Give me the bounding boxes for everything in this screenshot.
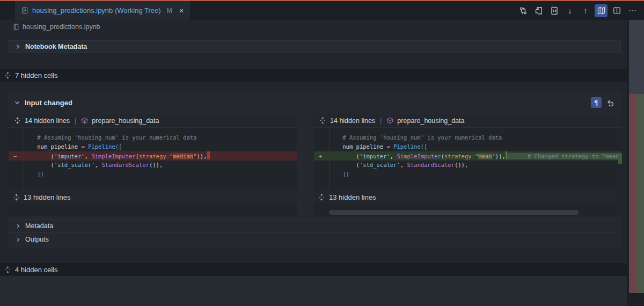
hidden-cells-bottom-row[interactable]: 4 hidden cells [0,263,627,276]
split-editor-icon[interactable] [610,4,623,17]
hidden-lines-top-row-modified[interactable]: 14 hidden lines | prepare_housing_data [314,114,621,128]
tab-housing-predictions-working-tree[interactable]: housing_predictions.ipynb (Working Tree)… [15,1,190,20]
close-tab-icon[interactable]: × [179,6,184,14]
symbol-name: prepare_housing_data [92,117,159,125]
code-text: # Assuming 'housing_num' is your numeric… [329,134,502,141]
vscode-notebook-diff-window: housing_predictions.ipynb (Working Tree)… [0,0,644,306]
code-text: ('std_scaler', StandardScaler()), [24,162,163,168]
unfold-icon [13,194,20,201]
diff-pane-gap [297,114,314,216]
empty-area [0,276,627,306]
unfold-icon [318,194,325,201]
overview-ruler-added [636,94,644,293]
revert-icon[interactable] [605,97,616,108]
cell-metadata-section[interactable]: Metadata [9,219,621,232]
scroll-down-icon[interactable]: ↓ [564,4,576,17]
hidden-lines-top-label: 14 hidden lines [25,117,70,125]
code-text: ('imputer', SimpleImputer(strategy="medi… [24,153,210,159]
separator: | [74,117,77,125]
notebook-diff-content: Notebook Metadata 7 hidden cells Input c… [0,33,627,306]
breadcrumb-file-name: housing_predictions.ipynb [23,23,100,31]
scrollbar-thumb[interactable] [629,20,644,94]
map-view-icon[interactable] [595,4,608,17]
hidden-lines-top-row-original[interactable]: 14 hidden lines | prepare_housing_data [9,114,297,128]
pane-filler [9,203,297,216]
editor-tab-bar: housing_predictions.ipynb (Working Tree)… [0,1,644,20]
code-editor-modified[interactable]: # Assuming 'housing_num' is your numeric… [314,128,621,191]
code-text: ('std_scaler', StandardScaler()), [329,162,468,168]
vertical-scrollbar [627,20,644,306]
code-line[interactable]: ('std_scaler', StandardScaler()), [9,161,297,170]
diff-pane-modified: 14 hidden lines | prepare_housing_data #… [314,114,621,216]
discard-file-icon[interactable] [532,4,545,17]
code-text: ('imputer', SimpleImputer(strategy="mean… [329,153,621,159]
more-actions-icon[interactable]: ⋯ [626,4,639,17]
symbol-method-icon [386,117,393,124]
separator: | [379,117,383,125]
diff-cell-actions: ¶ [591,97,616,108]
code-line[interactable]: num_pipeline = Pipeline([ [9,142,297,151]
editor-actions-toolbar: ↓ ↑ ⋯ [517,4,644,17]
toggle-whitespace-button[interactable]: ¶ [591,97,602,108]
hidden-lines-top-label: 14 hidden lines [330,117,375,125]
added-line-overview-mark [618,153,622,164]
code-line[interactable]: − ('imputer', SimpleImputer(strategy="me… [9,151,297,161]
hidden-lines-bottom-label: 13 hidden lines [24,193,70,201]
chevron-right-icon [14,43,21,50]
unfold-icon [4,266,11,273]
code-editor-original[interactable]: # Assuming 'housing_num' is your numeric… [9,128,297,191]
notebook-icon [13,24,19,30]
hidden-lines-bottom-label: 13 hidden lines [329,193,376,201]
breadcrumb[interactable]: housing_predictions.ipynb [0,20,627,33]
hidden-cells-top-label: 7 hidden cells [15,71,58,79]
cell-metadata-label: Metadata [25,222,53,230]
code-line[interactable]: # Assuming 'housing_num' is your numeric… [314,133,621,142]
scroll-up-icon[interactable]: ↑ [579,4,592,17]
notebook-metadata-section[interactable]: Notebook Metadata [9,40,621,53]
hidden-lines-bottom-row-modified[interactable]: 13 hidden lines [314,191,621,203]
code-text: num_pipeline = Pipeline([ [24,143,122,150]
symbol-name: prepare_housing_data [397,117,464,125]
modified-badge: M [167,7,172,14]
code-text: ]) [329,171,349,177]
chevron-down-icon[interactable] [14,99,20,106]
window-accent-line [0,0,644,1]
unfold-icon [319,117,326,124]
code-line[interactable]: ('std_scaler', StandardScaler()), [314,161,621,170]
diff-gutter-sign: + [314,152,329,161]
notebook-metadata-label: Notebook Metadata [25,43,87,50]
diff-editor: 14 hidden lines | prepare_housing_data #… [9,114,621,216]
hidden-lines-bottom-row-original[interactable]: 13 hidden lines [9,191,297,203]
code-text: num_pipeline = Pipeline([ [329,143,427,150]
diff-cell-header[interactable]: Input changed ¶ [9,91,621,114]
cell-outputs-section[interactable]: Outputs [9,232,621,246]
diff-cell-title: Input changed [25,99,72,107]
notebook-icon [21,7,28,14]
cell-outputs-label: Outputs [25,236,49,243]
diff-gutter-sign: − [9,152,24,161]
code-line[interactable]: # Assuming 'housing_num' is your numeric… [9,133,297,142]
code-text: # Assuming 'housing_num' is your numeric… [24,134,196,141]
unfold-icon [4,72,11,79]
code-line[interactable]: ]) [314,170,621,179]
git-compare-icon[interactable] [517,4,530,17]
code-line[interactable]: + ('imputer', SimpleImputer(strategy="me… [314,151,621,161]
overview-ruler-deleted [629,94,636,293]
chevron-right-icon [15,223,21,229]
unfold-icon [14,117,21,124]
diff-cell-card: Input changed ¶ 14 hidden lines [9,91,621,248]
go-to-file-icon[interactable] [548,4,561,17]
chevron-right-icon [15,237,21,243]
code-text: ]) [24,171,44,177]
code-line[interactable]: num_pipeline = Pipeline([ [314,142,621,151]
code-line[interactable]: ]) [9,170,297,179]
symbol-method-icon [81,117,88,124]
diff-pane-original: 14 hidden lines | prepare_housing_data #… [9,114,297,216]
horizontal-scrollbar[interactable] [329,210,579,215]
hidden-cells-top-row[interactable]: 7 hidden cells [0,69,627,82]
hidden-cells-bottom-label: 4 hidden cells [15,266,58,274]
tab-title: housing_predictions.ipynb (Working Tree) [32,6,161,14]
